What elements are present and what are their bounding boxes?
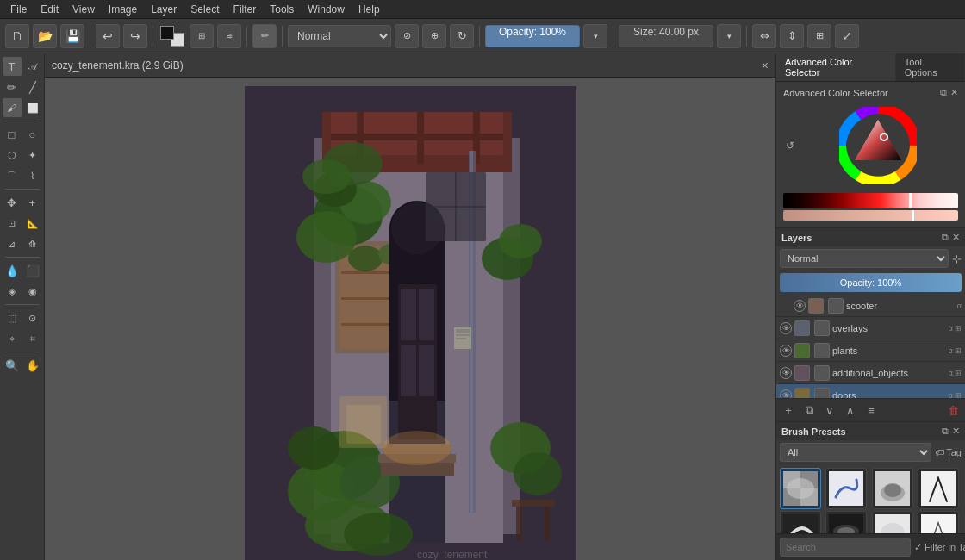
ell-sel-tool[interactable]: ⊙ (23, 308, 42, 327)
crop-tool[interactable]: ⊡ (3, 214, 22, 233)
layer-prop-icon-doors[interactable]: ⊞ (955, 391, 962, 399)
layers-float-icon[interactable]: ⧉ (942, 232, 949, 243)
refresh-button[interactable]: ↻ (450, 24, 474, 48)
acs-tab-color[interactable]: Advanced Color Selector (776, 53, 896, 81)
layer-copy-button[interactable]: ⧉ (800, 401, 818, 419)
sample2-tool[interactable]: ◈ (3, 282, 22, 301)
expand-button[interactable]: ⤢ (835, 24, 859, 48)
search-input[interactable] (780, 538, 911, 557)
layer-eye-doors[interactable]: 👁 (780, 389, 792, 399)
brush-cell-1[interactable] (780, 468, 821, 509)
brush-cell-6[interactable] (825, 511, 867, 533)
save-button[interactable]: 💾 (60, 24, 84, 48)
poly-tool[interactable]: ⬡ (3, 146, 22, 165)
open-button[interactable]: 📂 (33, 24, 57, 48)
zoom-tool[interactable]: 🔍 (3, 356, 22, 375)
brush-cell-2[interactable] (825, 468, 867, 509)
shear-tool[interactable]: ⊿ (3, 234, 22, 253)
mirror-v-button[interactable]: ⇕ (780, 24, 804, 48)
brush-cell-5[interactable] (780, 511, 821, 533)
layer-item-scooter[interactable]: 👁 scooter α (776, 295, 965, 317)
layer-item-additional-objects[interactable]: 👁 additional_objects α ⊞ (776, 362, 965, 384)
menu-edit[interactable]: Edit (34, 2, 65, 17)
acs-reset-icon[interactable]: ↺ (783, 139, 797, 152)
measure-tool[interactable]: 📐 (23, 214, 42, 233)
freesel-tool[interactable]: ⌒ (3, 166, 22, 185)
delete-layer-button[interactable]: 🗑 (944, 401, 962, 419)
menu-select[interactable]: Select (184, 2, 226, 17)
path-tool[interactable]: ✦ (23, 146, 42, 165)
brush-cell-4[interactable] (918, 468, 959, 509)
layer-eye-additional[interactable]: 👁 (780, 367, 792, 379)
layer-alpha-icon-additional[interactable]: α (949, 369, 953, 377)
color-wheel[interactable] (839, 107, 917, 184)
bp-tag-button[interactable]: 🏷 Tag (935, 447, 962, 457)
new-button[interactable]: 🗋 (5, 24, 29, 48)
brush-cell-3[interactable] (872, 468, 913, 509)
shimmer-bar[interactable] (783, 210, 958, 221)
acs-tab-tool-options[interactable]: Tool Options (896, 53, 965, 81)
painting-canvas[interactable]: cozy_tenement (245, 86, 576, 560)
size-display[interactable]: Size: 40.00 px (619, 25, 713, 47)
layer-merge-button[interactable]: ≡ (862, 401, 880, 419)
layer-opacity-slider[interactable]: Opacity: 100% (780, 273, 962, 292)
filter-in-tag-button[interactable]: ✓ Filter in Tag (914, 542, 965, 553)
brush-tool[interactable]: ✏ (252, 24, 277, 48)
eraser-tool[interactable]: ⬜ (23, 98, 42, 117)
transform-tool[interactable]: + (23, 193, 42, 212)
brush-cell-8[interactable] (918, 511, 959, 533)
redo-button[interactable]: ↪ (123, 24, 147, 48)
freehand-tool[interactable]: ✏ (3, 78, 22, 96)
ellipse-tool[interactable]: ○ (23, 125, 42, 144)
acs-close-icon[interactable]: ✕ (950, 87, 958, 98)
layer-alpha-icon-plants[interactable]: α (949, 346, 953, 355)
canvas-close-button[interactable]: × (762, 59, 769, 72)
contsel-tool[interactable]: ⌇ (23, 166, 42, 185)
layer-item-overlays[interactable]: 👁 overlays α ⊞ (776, 317, 965, 339)
menu-layer[interactable]: Layer (144, 2, 184, 17)
smart-tool[interactable]: ◉ (23, 282, 42, 301)
opacity-arrow[interactable]: ▾ (583, 24, 607, 48)
menu-window[interactable]: Window (301, 2, 352, 17)
rect-tool[interactable]: □ (3, 125, 22, 144)
menu-image[interactable]: Image (102, 2, 144, 17)
color-swatches[interactable] (159, 24, 186, 48)
layer-alpha-icon-doors[interactable]: α (949, 391, 953, 399)
menu-view[interactable]: View (65, 2, 102, 17)
layer-alpha-icon[interactable]: α (957, 302, 962, 310)
move-tool[interactable]: ✥ (3, 193, 22, 212)
layer-eye-plants[interactable]: 👁 (780, 345, 792, 357)
persp-tool[interactable]: ⟰ (23, 234, 42, 253)
menu-help[interactable]: Help (352, 2, 387, 17)
menu-filter[interactable]: Filter (227, 2, 264, 17)
canvas-viewport[interactable]: cozy_tenement (45, 78, 775, 560)
wrap-button[interactable]: ⊕ (422, 24, 446, 48)
menu-file[interactable]: File (3, 2, 34, 17)
undo-button[interactable]: ↩ (96, 24, 120, 48)
brush-cell-7[interactable] (872, 511, 913, 533)
erase-button[interactable]: ⊘ (395, 24, 419, 48)
brush-tool-tb[interactable]: 🖌 (3, 98, 22, 117)
calligraphy-tool[interactable]: 𝒜 (23, 57, 42, 76)
snap-button[interactable]: ⊞ (807, 24, 831, 48)
text-tool[interactable]: T (3, 57, 22, 76)
layer-eye-scooter[interactable]: 👁 (794, 300, 806, 312)
layer-down-button[interactable]: ∨ (821, 401, 838, 419)
layer-alpha-icon-overlays[interactable]: α (949, 324, 953, 333)
brush-filter-select[interactable]: All (780, 443, 931, 462)
size-arrow[interactable]: ▾ (717, 24, 741, 48)
layer-prop-icon-plants[interactable]: ⊞ (955, 346, 962, 355)
layer-eye-overlays[interactable]: 👁 (780, 322, 792, 334)
mirror-h-button[interactable]: ⇔ (752, 24, 776, 48)
magsel-tool[interactable]: ⌗ (23, 329, 42, 348)
add-layer-button[interactable]: + (780, 401, 797, 419)
layer-up-button[interactable]: ∧ (842, 401, 859, 419)
layer-item-doors[interactable]: 👁 doors α ⊞ (776, 384, 965, 398)
fill-tool[interactable]: ⬛ (23, 261, 42, 280)
blend-mode-select[interactable]: Normal (288, 25, 391, 47)
bp-float-icon[interactable]: ⧉ (942, 426, 949, 437)
opacity-display[interactable]: Opacity: 100% (485, 25, 580, 47)
menu-tools[interactable]: Tools (263, 2, 301, 17)
rect-sel-tool[interactable]: ⬚ (3, 308, 22, 327)
layer-prop-icon-additional[interactable]: ⊞ (955, 369, 962, 377)
